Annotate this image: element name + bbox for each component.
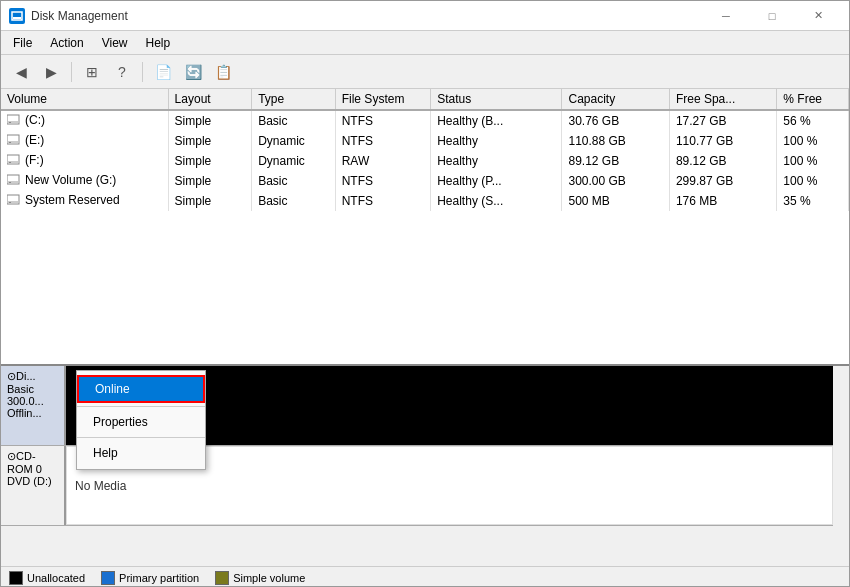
legend-label-simple: Simple volume — [233, 572, 305, 584]
menu-bar: File Action View Help — [1, 31, 849, 55]
menu-file[interactable]: File — [5, 32, 40, 54]
cell-layout-1: Simple — [168, 131, 252, 151]
toolbar-separator-1 — [71, 62, 72, 82]
cdrom-label[interactable]: ⊙CD-ROM 0 DVD (D:) — [1, 446, 66, 525]
disk-panel-inner[interactable]: ⊙Di... Basic 300.0... Offlin... Online P… — [1, 366, 849, 566]
cell-type-3: Basic — [252, 171, 336, 191]
cell-pct-2: 100 % — [777, 151, 849, 171]
cell-volume-2: (F:) — [1, 151, 168, 171]
main-window: Disk Management ─ □ ✕ File Action View H… — [0, 0, 850, 587]
menu-action[interactable]: Action — [42, 32, 91, 54]
help-toolbar-button[interactable]: ? — [108, 59, 136, 85]
cell-fs-0: NTFS — [335, 110, 430, 131]
disk-size-label: 300.0... — [7, 395, 58, 407]
cell-fs-1: NTFS — [335, 131, 430, 151]
cell-free-2: 89.12 GB — [669, 151, 776, 171]
cell-free-1: 110.77 GB — [669, 131, 776, 151]
cell-layout-4: Simple — [168, 191, 252, 211]
back-button[interactable]: ◀ — [7, 59, 35, 85]
properties-toolbar-button[interactable]: 📋 — [209, 59, 237, 85]
cell-volume-0: (C:) — [1, 110, 168, 131]
col-status[interactable]: Status — [431, 89, 562, 110]
col-free[interactable]: Free Spa... — [669, 89, 776, 110]
disk-status-label: Offlin... — [7, 407, 58, 419]
ctx-properties[interactable]: Properties — [77, 410, 205, 434]
cell-free-4: 176 MB — [669, 191, 776, 211]
ctx-help[interactable]: Help — [77, 441, 205, 465]
volume-panel[interactable]: Volume Layout Type File System Status Ca… — [1, 89, 849, 366]
svg-rect-1 — [13, 17, 21, 19]
ctx-separator — [77, 406, 205, 407]
cell-layout-3: Simple — [168, 171, 252, 191]
cell-volume-1: (E:) — [1, 131, 168, 151]
cell-capacity-1: 110.88 GB — [562, 131, 669, 151]
svg-rect-4 — [9, 122, 11, 123]
legend-simple: Simple volume — [215, 571, 305, 585]
cell-fs-4: NTFS — [335, 191, 430, 211]
cell-pct-3: 100 % — [777, 171, 849, 191]
disk-type-label: Basic — [7, 383, 58, 395]
col-volume[interactable]: Volume — [1, 89, 168, 110]
cell-pct-0: 56 % — [777, 110, 849, 131]
cdrom-icon: ⊙CD-ROM 0 — [7, 450, 58, 475]
cell-status-0: Healthy (B... — [431, 110, 562, 131]
cell-type-4: Basic — [252, 191, 336, 211]
menu-view[interactable]: View — [94, 32, 136, 54]
col-type[interactable]: Type — [252, 89, 336, 110]
cell-capacity-4: 500 MB — [562, 191, 669, 211]
ctx-separator-2 — [77, 437, 205, 438]
table-row[interactable]: New Volume (G:) Simple Basic NTFS Health… — [1, 171, 849, 191]
cell-pct-1: 100 % — [777, 131, 849, 151]
title-bar: Disk Management ─ □ ✕ — [1, 1, 849, 31]
new-button[interactable]: 📄 — [149, 59, 177, 85]
disk-label-0[interactable]: ⊙Di... Basic 300.0... Offlin... — [1, 366, 66, 445]
table-row[interactable]: (E:) Simple Dynamic NTFS Healthy 110.88 … — [1, 131, 849, 151]
table-row[interactable]: (C:) Simple Basic NTFS Healthy (B... 30.… — [1, 110, 849, 131]
cell-layout-2: Simple — [168, 151, 252, 171]
col-capacity[interactable]: Capacity — [562, 89, 669, 110]
table-row[interactable]: System Reserved Simple Basic NTFS Health… — [1, 191, 849, 211]
up-button[interactable]: ⊞ — [78, 59, 106, 85]
cell-fs-3: NTFS — [335, 171, 430, 191]
menu-help[interactable]: Help — [138, 32, 179, 54]
cell-type-0: Basic — [252, 110, 336, 131]
col-layout[interactable]: Layout — [168, 89, 252, 110]
cell-layout-0: Simple — [168, 110, 252, 131]
cell-type-2: Dynamic — [252, 151, 336, 171]
cdrom-drive: DVD (D:) — [7, 475, 58, 487]
cell-fs-2: RAW — [335, 151, 430, 171]
forward-button[interactable]: ▶ — [37, 59, 65, 85]
legend-unallocated: Unallocated — [9, 571, 85, 585]
cell-type-1: Dynamic — [252, 131, 336, 151]
close-button[interactable]: ✕ — [795, 1, 841, 31]
svg-rect-13 — [9, 182, 11, 183]
refresh-button[interactable]: 🔄 — [179, 59, 207, 85]
svg-rect-10 — [9, 162, 11, 163]
main-content: Volume Layout Type File System Status Ca… — [1, 89, 849, 586]
legend-box-simple — [215, 571, 229, 585]
cell-pct-4: 35 % — [777, 191, 849, 211]
legend-box-unallocated — [9, 571, 23, 585]
maximize-button[interactable]: □ — [749, 1, 795, 31]
col-pct[interactable]: % Free — [777, 89, 849, 110]
disk-row-0: ⊙Di... Basic 300.0... Offlin... Online P… — [1, 366, 833, 446]
cell-free-0: 17.27 GB — [669, 110, 776, 131]
legend: Unallocated Primary partition Simple vol… — [1, 566, 849, 586]
col-fs[interactable]: File System — [335, 89, 430, 110]
cell-status-4: Healthy (S... — [431, 191, 562, 211]
legend-label-unallocated: Unallocated — [27, 572, 85, 584]
cell-capacity-2: 89.12 GB — [562, 151, 669, 171]
cell-volume-4: System Reserved — [1, 191, 168, 211]
cell-capacity-0: 30.76 GB — [562, 110, 669, 131]
cell-status-1: Healthy — [431, 131, 562, 151]
window-title: Disk Management — [31, 9, 697, 23]
ctx-online[interactable]: Online — [77, 375, 205, 403]
minimize-button[interactable]: ─ — [703, 1, 749, 31]
toolbar: ◀ ▶ ⊞ ? 📄 🔄 📋 — [1, 55, 849, 89]
legend-label-primary: Primary partition — [119, 572, 199, 584]
table-row[interactable]: (F:) Simple Dynamic RAW Healthy 89.12 GB… — [1, 151, 849, 171]
disk-panel: ⊙Di... Basic 300.0... Offlin... Online P… — [1, 366, 849, 586]
svg-rect-16 — [9, 202, 11, 203]
context-menu: Online Properties Help — [76, 370, 206, 470]
disk-name: ⊙Di... — [7, 370, 58, 383]
